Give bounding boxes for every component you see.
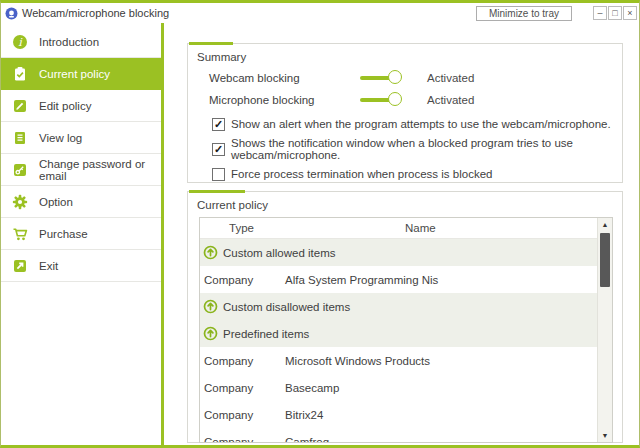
minimize-button[interactable]: – <box>593 6 607 20</box>
sidebar-item-current-policy[interactable]: Current policy <box>1 58 161 90</box>
toggle-label: Microphone blocking <box>209 94 360 106</box>
policy-table-rows: Custom allowed itemsCompanyAlfa System P… <box>200 239 597 443</box>
sidebar-item-edit-policy[interactable]: Edit policy <box>1 90 161 122</box>
policy-item-row[interactable]: CompanyAlfa System Programming Nis <box>200 266 597 293</box>
column-header-name: Name <box>405 222 597 234</box>
close-button[interactable]: × <box>623 6 637 20</box>
cart-icon <box>12 226 28 242</box>
policy-table: Type Name Custom allowed itemsCompanyAlf… <box>199 217 613 443</box>
maximize-button[interactable]: □ <box>608 6 622 20</box>
sidebar-item-view-log[interactable]: View log <box>1 122 161 154</box>
sidebar-item-label: Current policy <box>39 68 110 80</box>
sidebar-item-label: View log <box>39 132 82 144</box>
checkbox-1[interactable] <box>212 143 225 156</box>
exit-arrow-icon <box>12 258 28 274</box>
policy-item-row[interactable]: CompanyMicrosoft Windows Products <box>200 347 597 374</box>
gear-icon <box>12 194 28 210</box>
toggle-row-webcam-blocking: Webcam blockingActivated <box>188 67 622 89</box>
policy-item-row[interactable]: CompanyCamfrog <box>200 428 597 443</box>
group-arrow-icon <box>203 245 218 260</box>
group-label: Custom disallowed items <box>223 301 350 313</box>
checkbox-label: Show an alert when the program attempts … <box>231 118 611 130</box>
sidebar-item-label: Change password or email <box>39 158 161 182</box>
edit-pencil-icon <box>12 98 28 114</box>
table-scrollbar[interactable]: ▲ ▼ <box>597 218 612 442</box>
checkbox-label: Force process termination when process i… <box>231 168 492 180</box>
toggle-status: Activated <box>427 72 474 84</box>
policy-table-header: Type Name <box>200 218 597 239</box>
checkbox-row-1: Shows the notification window when a blo… <box>188 137 622 161</box>
log-scroll-icon <box>12 130 28 146</box>
checkbox-row-2: Force process termination when process i… <box>188 162 622 186</box>
cell-name: Microsoft Windows Products <box>285 355 597 367</box>
sidebar-item-label: Edit policy <box>39 100 91 112</box>
sidebar-item-introduction[interactable]: iIntroduction <box>1 26 161 58</box>
scrollbar-thumb[interactable] <box>600 233 610 287</box>
cell-name: Basecamp <box>285 382 597 394</box>
clipboard-check-icon <box>12 66 28 82</box>
group-label: Predefined items <box>223 328 309 340</box>
scroll-up-icon[interactable]: ▲ <box>598 218 612 231</box>
toggle-knob <box>388 92 402 106</box>
toggle-switch-webcam-blocking[interactable] <box>360 70 402 86</box>
checkbox-label: Shows the notification window when a blo… <box>231 137 622 161</box>
policy-group-row[interactable]: Predefined items <box>200 320 597 347</box>
column-header-type: Type <box>200 222 405 234</box>
checkbox-list: Show an alert when the program attempts … <box>188 112 622 186</box>
checkbox-2[interactable] <box>212 168 225 181</box>
current-policy-accent-bar <box>189 190 245 193</box>
group-arrow-icon <box>203 299 218 314</box>
cell-type: Company <box>200 355 285 367</box>
cell-type: Company <box>200 409 285 421</box>
main-content: Summary Webcam blockingActivatedMicropho… <box>164 23 639 445</box>
key-icon <box>12 162 28 178</box>
sidebar-item-label: Option <box>39 196 73 208</box>
cell-name: Alfa System Programming Nis <box>285 274 597 286</box>
app-window: Webcam/microphone blocking Minimize to t… <box>0 0 640 448</box>
app-logo-icon <box>5 7 18 20</box>
toggle-track <box>360 76 391 80</box>
sidebar-item-label: Purchase <box>39 228 88 240</box>
sidebar: iIntroductionCurrent policyEdit policyVi… <box>1 23 161 445</box>
toggle-knob <box>388 70 402 84</box>
info-icon: i <box>12 34 28 50</box>
window-title: Webcam/microphone blocking <box>22 7 169 19</box>
sidebar-item-label: Introduction <box>39 36 99 48</box>
sidebar-item-exit[interactable]: Exit <box>1 250 161 282</box>
summary-title: Summary <box>188 44 622 67</box>
group-arrow-icon <box>203 326 218 341</box>
sidebar-item-label: Exit <box>39 260 58 272</box>
window-controls: – □ × <box>593 6 637 20</box>
toggle-switch-microphone-blocking[interactable] <box>360 92 402 108</box>
current-policy-panel: Current policy Type Name Custom allowed … <box>187 191 623 443</box>
toggle-label: Webcam blocking <box>209 72 360 84</box>
cell-name: Camfrog <box>285 436 597 444</box>
group-label: Custom allowed items <box>223 247 335 259</box>
scroll-down-icon[interactable]: ▼ <box>598 429 612 442</box>
window-body: iIntroductionCurrent policyEdit policyVi… <box>1 23 639 445</box>
sidebar-item-purchase[interactable]: Purchase <box>1 218 161 250</box>
cell-type: Company <box>200 274 285 286</box>
policy-item-row[interactable]: CompanyBitrix24 <box>200 401 597 428</box>
current-policy-title: Current policy <box>188 192 622 215</box>
policy-group-row[interactable]: Custom allowed items <box>200 239 597 266</box>
cell-type: Company <box>200 436 285 444</box>
sidebar-item-change-password-or-email[interactable]: Change password or email <box>1 154 161 186</box>
minimize-to-tray-button[interactable]: Minimize to tray <box>476 6 572 21</box>
policy-item-row[interactable]: CompanyBasecamp <box>200 374 597 401</box>
titlebar: Webcam/microphone blocking Minimize to t… <box>1 3 639 23</box>
toggle-list: Webcam blockingActivatedMicrophone block… <box>188 67 622 111</box>
toggle-track <box>360 98 391 102</box>
cell-name: Bitrix24 <box>285 409 597 421</box>
summary-panel: Summary Webcam blockingActivatedMicropho… <box>187 43 623 183</box>
summary-accent-bar <box>189 42 233 45</box>
toggle-row-microphone-blocking: Microphone blockingActivated <box>188 89 622 111</box>
sidebar-item-option[interactable]: Option <box>1 186 161 218</box>
checkbox-0[interactable] <box>212 118 225 131</box>
checkbox-row-0: Show an alert when the program attempts … <box>188 112 622 136</box>
cell-type: Company <box>200 382 285 394</box>
toggle-status: Activated <box>427 94 474 106</box>
policy-group-row[interactable]: Custom disallowed items <box>200 293 597 320</box>
